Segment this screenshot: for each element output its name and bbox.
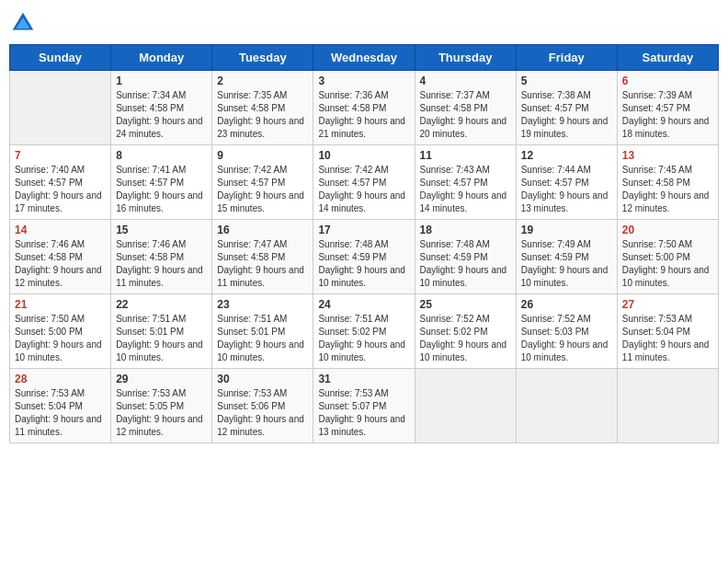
day-info: Sunrise: 7:48 AMSunset: 4:59 PMDaylight:…: [318, 238, 409, 290]
day-info: Sunrise: 7:42 AMSunset: 4:57 PMDaylight:…: [217, 164, 308, 215]
calendar-cell: 14Sunrise: 7:46 AMSunset: 4:58 PMDayligh…: [10, 220, 111, 294]
day-number: 29: [116, 373, 207, 385]
calendar-cell: 11Sunrise: 7:43 AMSunset: 4:57 PMDayligh…: [415, 145, 516, 220]
day-number: 18: [420, 224, 511, 236]
day-number: 26: [521, 298, 612, 311]
day-number: 24: [318, 298, 409, 311]
week-row-1: 1Sunrise: 7:34 AMSunset: 4:58 PMDaylight…: [10, 71, 719, 145]
calendar-cell: 30Sunrise: 7:53 AMSunset: 5:06 PMDayligh…: [212, 369, 313, 443]
day-number: 27: [622, 298, 713, 311]
day-number: 22: [116, 298, 207, 311]
day-info: Sunrise: 7:52 AMSunset: 5:02 PMDaylight:…: [420, 313, 511, 364]
day-number: 20: [622, 224, 713, 236]
day-header-saturday: Saturday: [617, 45, 718, 71]
day-info: Sunrise: 7:51 AMSunset: 5:01 PMDaylight:…: [116, 313, 207, 364]
day-info: Sunrise: 7:34 AMSunset: 4:58 PMDaylight:…: [116, 89, 207, 141]
calendar-header: SundayMondayTuesdayWednesdayThursdayFrid…: [10, 45, 719, 71]
day-info: Sunrise: 7:53 AMSunset: 5:04 PMDaylight:…: [15, 387, 106, 439]
calendar-cell: 13Sunrise: 7:45 AMSunset: 4:58 PMDayligh…: [617, 145, 718, 220]
calendar-cell: 20Sunrise: 7:50 AMSunset: 5:00 PMDayligh…: [617, 220, 718, 294]
calendar-table: SundayMondayTuesdayWednesdayThursdayFrid…: [9, 44, 719, 443]
day-number: 19: [521, 224, 612, 236]
day-info: Sunrise: 7:40 AMSunset: 4:57 PMDaylight:…: [15, 164, 106, 215]
calendar-cell: 6Sunrise: 7:39 AMSunset: 4:57 PMDaylight…: [617, 71, 718, 145]
day-header-sunday: Sunday: [10, 45, 111, 71]
day-number: 21: [15, 298, 106, 311]
calendar-cell: [10, 71, 111, 145]
calendar-cell: 22Sunrise: 7:51 AMSunset: 5:01 PMDayligh…: [111, 294, 212, 369]
day-number: 12: [521, 149, 612, 162]
calendar-cell: [617, 369, 718, 443]
day-number: 3: [318, 75, 409, 87]
logo: [9, 9, 40, 37]
day-number: 10: [318, 149, 409, 162]
calendar-cell: 23Sunrise: 7:51 AMSunset: 5:01 PMDayligh…: [212, 294, 313, 369]
calendar-cell: 10Sunrise: 7:42 AMSunset: 4:57 PMDayligh…: [313, 145, 415, 220]
calendar-cell: 15Sunrise: 7:46 AMSunset: 4:58 PMDayligh…: [111, 220, 212, 294]
day-number: 31: [318, 373, 409, 385]
day-info: Sunrise: 7:38 AMSunset: 4:57 PMDaylight:…: [521, 89, 612, 141]
calendar-cell: 19Sunrise: 7:49 AMSunset: 4:59 PMDayligh…: [516, 220, 617, 294]
day-info: Sunrise: 7:46 AMSunset: 4:58 PMDaylight:…: [116, 238, 207, 290]
day-info: Sunrise: 7:41 AMSunset: 4:57 PMDaylight:…: [116, 164, 207, 215]
calendar-cell: 25Sunrise: 7:52 AMSunset: 5:02 PMDayligh…: [415, 294, 516, 369]
calendar-cell: 16Sunrise: 7:47 AMSunset: 4:58 PMDayligh…: [212, 220, 313, 294]
calendar-cell: 24Sunrise: 7:51 AMSunset: 5:02 PMDayligh…: [313, 294, 415, 369]
day-info: Sunrise: 7:53 AMSunset: 5:07 PMDaylight:…: [318, 387, 409, 439]
day-info: Sunrise: 7:51 AMSunset: 5:02 PMDaylight:…: [318, 313, 409, 364]
calendar-cell: 1Sunrise: 7:34 AMSunset: 4:58 PMDaylight…: [111, 71, 212, 145]
day-info: Sunrise: 7:35 AMSunset: 4:58 PMDaylight:…: [217, 89, 308, 141]
calendar-cell: 4Sunrise: 7:37 AMSunset: 4:58 PMDaylight…: [415, 71, 516, 145]
day-number: 6: [622, 75, 713, 87]
calendar-cell: 12Sunrise: 7:44 AMSunset: 4:57 PMDayligh…: [516, 145, 617, 220]
calendar-cell: 5Sunrise: 7:38 AMSunset: 4:57 PMDaylight…: [516, 71, 617, 145]
week-row-5: 28Sunrise: 7:53 AMSunset: 5:04 PMDayligh…: [10, 369, 719, 443]
day-info: Sunrise: 7:45 AMSunset: 4:58 PMDaylight:…: [622, 164, 713, 215]
day-number: 9: [217, 149, 308, 162]
day-info: Sunrise: 7:51 AMSunset: 5:01 PMDaylight:…: [217, 313, 308, 364]
calendar-cell: 7Sunrise: 7:40 AMSunset: 4:57 PMDaylight…: [10, 145, 111, 220]
day-info: Sunrise: 7:42 AMSunset: 4:57 PMDaylight:…: [318, 164, 409, 215]
day-number: 23: [217, 298, 308, 311]
day-info: Sunrise: 7:53 AMSunset: 5:04 PMDaylight:…: [622, 313, 713, 364]
week-row-3: 14Sunrise: 7:46 AMSunset: 4:58 PMDayligh…: [10, 220, 719, 294]
day-header-monday: Monday: [111, 45, 212, 71]
day-number: 14: [15, 224, 106, 236]
day-info: Sunrise: 7:36 AMSunset: 4:58 PMDaylight:…: [318, 89, 409, 141]
day-info: Sunrise: 7:47 AMSunset: 4:58 PMDaylight:…: [217, 238, 308, 290]
day-header-friday: Friday: [516, 45, 617, 71]
day-info: Sunrise: 7:39 AMSunset: 4:57 PMDaylight:…: [622, 89, 713, 141]
day-number: 28: [15, 373, 106, 385]
day-info: Sunrise: 7:53 AMSunset: 5:06 PMDaylight:…: [217, 387, 308, 439]
day-number: 7: [15, 149, 106, 162]
day-info: Sunrise: 7:48 AMSunset: 4:59 PMDaylight:…: [420, 238, 511, 290]
calendar-body: 1Sunrise: 7:34 AMSunset: 4:58 PMDaylight…: [10, 71, 719, 443]
day-info: Sunrise: 7:49 AMSunset: 4:59 PMDaylight:…: [521, 238, 612, 290]
day-number: 30: [217, 373, 308, 385]
calendar-cell: 18Sunrise: 7:48 AMSunset: 4:59 PMDayligh…: [415, 220, 516, 294]
day-number: 2: [217, 75, 308, 87]
day-info: Sunrise: 7:50 AMSunset: 5:00 PMDaylight:…: [622, 238, 713, 290]
day-info: Sunrise: 7:52 AMSunset: 5:03 PMDaylight:…: [521, 313, 612, 364]
day-header-tuesday: Tuesday: [212, 45, 313, 71]
calendar-cell: 28Sunrise: 7:53 AMSunset: 5:04 PMDayligh…: [10, 369, 111, 443]
day-number: 8: [116, 149, 207, 162]
day-info: Sunrise: 7:53 AMSunset: 5:05 PMDaylight:…: [116, 387, 207, 439]
day-number: 17: [318, 224, 409, 236]
calendar-cell: 27Sunrise: 7:53 AMSunset: 5:04 PMDayligh…: [617, 294, 718, 369]
calendar-cell: 31Sunrise: 7:53 AMSunset: 5:07 PMDayligh…: [313, 369, 415, 443]
day-number: 25: [420, 298, 511, 311]
week-row-4: 21Sunrise: 7:50 AMSunset: 5:00 PMDayligh…: [10, 294, 719, 369]
day-number: 15: [116, 224, 207, 236]
day-number: 1: [116, 75, 207, 87]
calendar-cell: 17Sunrise: 7:48 AMSunset: 4:59 PMDayligh…: [313, 220, 415, 294]
day-number: 16: [217, 224, 308, 236]
day-info: Sunrise: 7:50 AMSunset: 5:00 PMDaylight:…: [15, 313, 106, 364]
day-info: Sunrise: 7:37 AMSunset: 4:58 PMDaylight:…: [420, 89, 511, 141]
day-number: 5: [521, 75, 612, 87]
day-info: Sunrise: 7:43 AMSunset: 4:57 PMDaylight:…: [420, 164, 511, 215]
calendar-cell: 9Sunrise: 7:42 AMSunset: 4:57 PMDaylight…: [212, 145, 313, 220]
calendar-cell: [415, 369, 516, 443]
day-number: 4: [420, 75, 511, 87]
calendar-cell: 2Sunrise: 7:35 AMSunset: 4:58 PMDaylight…: [212, 71, 313, 145]
